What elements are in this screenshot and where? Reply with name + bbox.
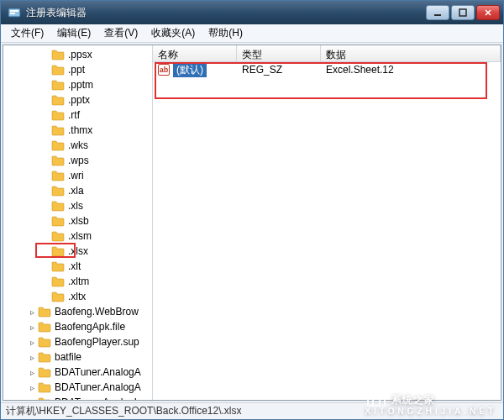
expander-icon[interactable]: ▹ xyxy=(27,367,37,377)
expander-icon[interactable] xyxy=(40,125,50,135)
client-area: .ppsx.ppt.pptm.pptx.rtf.thmx.wks.wps.wri… xyxy=(3,45,501,401)
window-frame: 注册表编辑器 文件(F) 编辑(E) 查看(V) 收藏夹(A) 帮助(H) .p… xyxy=(0,0,504,420)
tree-item[interactable]: ▹BDATuner.AnalogA xyxy=(3,380,152,395)
tree-item[interactable]: .ppsx xyxy=(3,47,152,62)
tree-item-label: .pptx xyxy=(68,94,90,106)
tree-item[interactable]: .pptx xyxy=(3,92,152,108)
tree-item[interactable]: .xlsx xyxy=(3,244,152,259)
tree-item[interactable]: ▹BaofengApk.file xyxy=(3,319,152,334)
expander-icon[interactable]: ▹ xyxy=(27,337,37,347)
expander-icon[interactable] xyxy=(40,201,50,211)
column-name[interactable]: 名称 xyxy=(153,45,237,61)
expander-icon[interactable] xyxy=(40,231,50,241)
regedit-icon xyxy=(8,6,21,19)
expander-icon[interactable] xyxy=(40,246,50,256)
folder-icon xyxy=(38,336,51,348)
expander-icon[interactable] xyxy=(40,110,50,120)
tree-item-label: .xlsm xyxy=(68,230,92,242)
column-data[interactable]: 数据 xyxy=(321,45,501,61)
expander-icon[interactable] xyxy=(40,155,50,165)
tree-item-label: .rtf xyxy=(68,109,80,121)
tree-item-label: .xlsb xyxy=(68,215,89,227)
folder-icon xyxy=(38,366,51,378)
tree-item[interactable]: .xltx xyxy=(3,289,152,304)
expander-icon[interactable] xyxy=(40,261,50,271)
tree-item[interactable]: .wps xyxy=(3,153,152,168)
tree-item[interactable]: .xltm xyxy=(3,274,152,289)
expander-icon[interactable]: ▹ xyxy=(27,322,37,332)
folder-icon xyxy=(51,109,65,121)
tree-item-label: BDATuner.AnalogA xyxy=(55,381,141,393)
tree-item-label: BaofengApk.file xyxy=(55,321,125,333)
column-type[interactable]: 类型 xyxy=(237,45,321,61)
minimize-button[interactable] xyxy=(426,5,449,20)
menu-file[interactable]: 文件(F) xyxy=(4,24,50,42)
expander-icon[interactable] xyxy=(40,291,50,302)
tree-item-label: .wps xyxy=(68,155,89,166)
tree-item-label: .xltx xyxy=(68,291,86,302)
menu-bar: 文件(F) 编辑(E) 查看(V) 收藏夹(A) 帮助(H) xyxy=(1,24,503,43)
tree-item-label: .xlt xyxy=(68,260,81,272)
menu-view[interactable]: 查看(V) xyxy=(97,24,144,42)
tree-item-label: .wri xyxy=(68,170,84,181)
tree-item[interactable]: .xlsm xyxy=(3,228,152,244)
tree-item[interactable]: .ppt xyxy=(3,62,152,77)
registry-values-list: 名称 类型 数据 ab(默认)REG_SZExcel.Sheet.12 xyxy=(153,45,501,400)
tree-item[interactable]: .wri xyxy=(3,168,152,183)
list-body[interactable]: ab(默认)REG_SZExcel.Sheet.12 xyxy=(153,62,501,400)
folder-icon xyxy=(51,155,65,166)
expander-icon[interactable] xyxy=(40,140,50,150)
list-header: 名称 类型 数据 xyxy=(153,45,501,62)
expander-icon[interactable] xyxy=(40,276,50,286)
tree-item[interactable]: .xls xyxy=(3,198,152,213)
expander-icon[interactable] xyxy=(40,186,50,196)
expander-icon[interactable] xyxy=(40,50,50,60)
expander-icon[interactable]: ▹ xyxy=(27,397,37,400)
tree-item[interactable]: .xlt xyxy=(3,259,152,274)
tree-item[interactable]: .rtf xyxy=(3,108,152,123)
registry-tree[interactable]: .ppsx.ppt.pptm.pptx.rtf.thmx.wks.wps.wri… xyxy=(3,45,153,400)
menu-help[interactable]: 帮助(H) xyxy=(202,24,249,42)
folder-icon xyxy=(51,49,65,60)
expander-icon[interactable]: ▹ xyxy=(27,352,37,362)
window-controls xyxy=(426,5,500,20)
expander-icon[interactable]: ▹ xyxy=(27,382,37,392)
tree-item[interactable]: .pptm xyxy=(3,77,152,92)
list-row[interactable]: ab(默认)REG_SZExcel.Sheet.12 xyxy=(153,62,501,77)
svg-rect-1 xyxy=(10,10,18,12)
close-button[interactable] xyxy=(476,5,500,20)
cell-type: REG_SZ xyxy=(237,62,321,77)
folder-icon xyxy=(51,94,65,106)
tree-item-label: BDATuner.AnalogL xyxy=(55,396,139,400)
expander-icon[interactable] xyxy=(40,80,50,90)
svg-rect-4 xyxy=(459,9,466,16)
tree-item[interactable]: ▹BDATuner.AnalogL xyxy=(3,395,152,400)
menu-favorites[interactable]: 收藏夹(A) xyxy=(144,24,202,42)
folder-icon xyxy=(51,215,65,227)
tree-item-label: .xltm xyxy=(68,276,89,287)
tree-item[interactable]: ▹Baofeng.WebBrow xyxy=(3,304,152,319)
tree-item[interactable]: ▹batfile xyxy=(3,349,152,365)
expander-icon[interactable] xyxy=(40,65,50,75)
status-path: 计算机\HKEY_CLASSES_ROOT\Back.Office12\.xls… xyxy=(6,404,242,418)
tree-item[interactable]: .thmx xyxy=(3,123,152,138)
expander-icon[interactable]: ▹ xyxy=(27,307,37,317)
menu-edit[interactable]: 编辑(E) xyxy=(50,24,97,42)
folder-icon xyxy=(38,381,51,393)
expander-icon[interactable] xyxy=(40,216,50,226)
svg-rect-2 xyxy=(10,13,15,14)
cell-name: ab(默认) xyxy=(153,62,237,79)
tree-item[interactable]: .xlsb xyxy=(3,213,152,228)
folder-icon xyxy=(38,321,51,333)
tree-item[interactable]: .xla xyxy=(3,183,152,198)
expander-icon[interactable] xyxy=(40,171,50,181)
expander-icon[interactable] xyxy=(40,95,50,105)
tree-item[interactable]: ▹BDATuner.AnalogA xyxy=(3,365,152,380)
folder-icon xyxy=(51,260,65,272)
tree-item[interactable]: ▹BaofengPlayer.sup xyxy=(3,334,152,349)
status-bar: 计算机\HKEY_CLASSES_ROOT\Back.Office12\.xls… xyxy=(1,402,503,419)
maximize-button[interactable] xyxy=(451,5,475,20)
folder-icon xyxy=(38,351,51,363)
tree-item[interactable]: .wks xyxy=(3,138,152,153)
tree-item-label: batfile xyxy=(55,351,81,363)
